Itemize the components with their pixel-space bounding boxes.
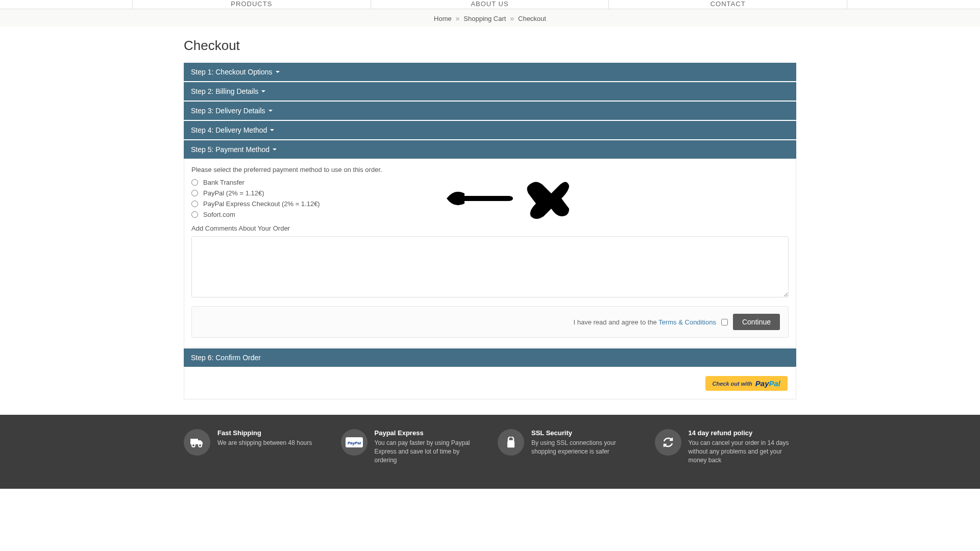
radio-paypal[interactable] [191,190,198,196]
payment-options: Bank Transfer PayPal (2% = 1.12€) PayPal… [191,179,789,218]
main-nav: PRODUCTS ABOUT US CONTACT [0,0,980,9]
terms-link[interactable]: Terms & Conditions [658,318,716,326]
breadcrumb-current: Checkout [518,15,546,22]
main-container: Checkout Step 1: Checkout Options Step 2… [174,38,806,415]
step-4-label: Step 4: Delivery Method [191,126,267,134]
radio-bank[interactable] [191,179,198,186]
caret-down-icon [270,128,274,132]
step-2-label: Step 2: Billing Details [191,87,258,95]
page-title: Checkout [184,38,796,54]
svg-point-1 [192,444,195,447]
paypal-icon: PayPal [341,429,368,456]
lock-icon [498,429,524,456]
step-6-header[interactable]: Step 6: Confirm Order [184,348,796,367]
svg-rect-5 [507,441,514,447]
payment-prompt: Please select the preferred payment meth… [191,166,789,173]
refresh-icon [655,429,681,456]
radio-paypal-express[interactable] [191,201,198,207]
add-comments-label: Add Comments About Your Order [191,224,789,232]
step-6-label: Step 6: Confirm Order [191,354,261,362]
caret-down-icon [261,89,265,93]
terms-text: I have read and agree to the Terms & Con… [574,318,716,326]
step-1-label: Step 1: Checkout Options [191,68,273,76]
hand-annotation [436,176,569,223]
breadcrumb-home[interactable]: Home [434,15,452,22]
step-1-header[interactable]: Step 1: Checkout Options [184,63,796,81]
svg-point-2 [199,444,202,447]
paypal-checkout-button[interactable]: Check out with PayPal [705,376,788,391]
paypal-logo-icon: PayPal [755,379,780,388]
feature-paypal-express: PayPal Paypal Express You can pay faster… [341,429,483,464]
truck-icon [184,429,210,456]
nav-contact[interactable]: CONTACT [609,0,847,9]
nav-spacer-right [847,0,980,9]
step-5-header[interactable]: Step 5: Payment Method [184,140,796,159]
step-2-header[interactable]: Step 2: Billing Details [184,82,796,101]
continue-button[interactable]: Continue [733,314,780,330]
feature-refund-text: You can cancel your order in 14 days wit… [689,439,797,464]
step-5-label: Step 5: Payment Method [191,145,270,154]
terms-checkbox[interactable] [721,319,728,325]
radio-sofort[interactable] [191,211,198,218]
radio-bank-label: Bank Transfer [203,179,244,186]
caret-down-icon [276,70,280,74]
nav-products[interactable]: PRODUCTS [133,0,371,9]
nav-about-us[interactable]: ABOUT US [371,0,609,9]
radio-sofort-label: Sofort.com [203,211,235,218]
feature-refund-policy: 14 day refund policy You can cancel your… [655,429,797,464]
terms-pre-text: I have read and agree to the [574,318,659,326]
feature-strip: Fast Shipping We are shipping between 48… [0,415,980,489]
paypal-checkout-row: Check out with PayPal [184,368,796,399]
terms-row: I have read and agree to the Terms & Con… [191,306,789,338]
svg-text:PayPal: PayPal [347,441,361,445]
caret-down-icon [268,109,273,113]
breadcrumb: Home » Shopping Cart » Checkout [0,9,980,27]
feature-ssl-security: SSL Security By using SSL connections yo… [498,429,640,464]
nav-spacer-left [0,0,133,9]
breadcrumb-sep: » [456,14,460,22]
feature-pp-title: Paypal Express [375,429,483,437]
feature-fast-shipping: Fast Shipping We are shipping between 48… [184,429,326,464]
paypal-button-label: Check out with [713,381,752,387]
caret-down-icon [273,147,277,152]
step-3-header[interactable]: Step 3: Delivery Details [184,102,796,120]
feature-ship-title: Fast Shipping [217,429,312,437]
step-5-body: Please select the preferred payment meth… [184,159,796,347]
breadcrumb-cart[interactable]: Shopping Cart [463,15,506,22]
radio-paypal-label: PayPal (2% = 1.12€) [203,189,264,197]
breadcrumb-sep: » [510,14,514,22]
step-3-label: Step 3: Delivery Details [191,107,265,115]
feature-ssl-title: SSL Security [531,429,640,437]
feature-ship-text: We are shipping between 48 hours [217,439,312,447]
feature-ssl-text: By using SSL connections your shopping e… [531,439,640,456]
feature-pp-text: You can pay faster by using Paypal Expre… [375,439,483,464]
radio-paypal-express-label: PayPal Express Checkout (2% = 1.12€) [203,200,320,208]
feature-refund-title: 14 day refund policy [689,429,797,437]
step-4-header[interactable]: Step 4: Delivery Method [184,121,796,139]
order-comments-input[interactable] [191,236,789,297]
